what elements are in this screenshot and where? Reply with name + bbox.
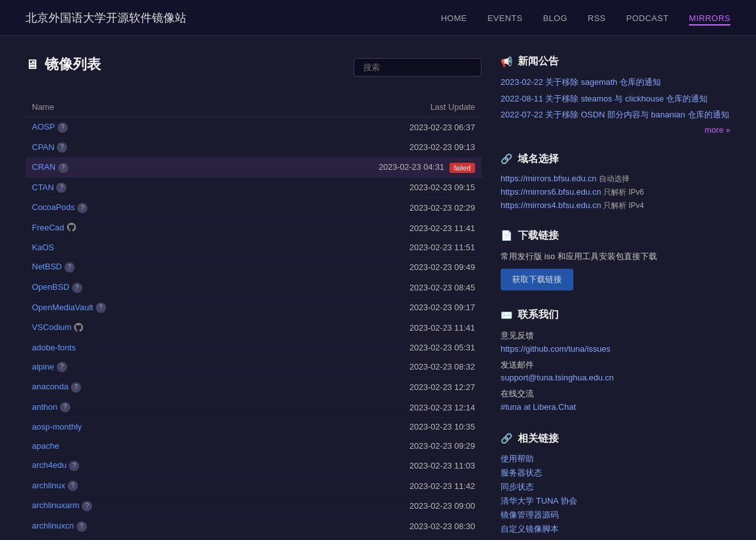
mirror-link[interactable]: OpenMediaVault (32, 303, 93, 312)
help-icon[interactable]: ? (96, 303, 106, 313)
mirror-link[interactable]: apache (32, 441, 59, 451)
mirror-link[interactable]: archlinuxarm (32, 500, 79, 510)
table-row: CocoaPods?2023-02-23 02:29 (26, 198, 481, 218)
related-link-1[interactable]: 服务器状态 (501, 467, 730, 479)
news-title: 📢 新闻公告 (501, 55, 730, 68)
mirror-update: 2023-02-23 11:41 (227, 318, 481, 338)
mirror-update: 2023-02-23 12:14 (227, 397, 481, 417)
nav-mirrors[interactable]: MIRRORS (689, 13, 730, 26)
nav-rss[interactable]: RSS (588, 13, 606, 23)
table-row: FreeCad2023-02-23 11:41 (26, 218, 481, 238)
table-row: archlinuxcn?2023-02-23 08:30 (26, 516, 481, 537)
help-icon[interactable]: ? (57, 142, 67, 153)
help-icon[interactable]: ? (77, 203, 87, 213)
navbar: 北京外国语大学开源软件镜像站 HOME EVENTS BLOG RSS PODC… (0, 0, 756, 36)
mirror-update: 2023-02-23 05:31 (227, 338, 481, 357)
mirror-update: 2023-02-23 11:51 (227, 238, 481, 257)
contact-chat-link[interactable]: #tuna at Libera.Chat (501, 402, 576, 412)
help-icon[interactable]: ? (71, 382, 81, 393)
failed-badge: failed (450, 163, 475, 173)
help-icon[interactable]: ? (58, 163, 68, 173)
related-link-0[interactable]: 使用帮助 (501, 453, 730, 465)
table-row: archlinux?2023-02-23 11:42 (26, 476, 481, 496)
mirror-update: 2023-02-23 11:42 (227, 476, 481, 496)
download-icon: 📄 (501, 230, 513, 241)
mirror-link[interactable]: archlinuxcn (32, 521, 74, 530)
mirror-update: 2023-02-23 06:37 (227, 117, 481, 138)
mirror-link[interactable]: FreeCad (32, 223, 64, 232)
mirror-link[interactable]: KaOS (32, 243, 54, 252)
related-link-5[interactable]: 自定义镜像脚本 (501, 523, 730, 535)
news-icon: 📢 (501, 56, 513, 68)
mirror-update: 2023-02-23 02:29 (227, 198, 481, 218)
help-icon[interactable]: ? (68, 481, 78, 491)
news-more-link[interactable]: more » (501, 125, 730, 135)
site-brand[interactable]: 北京外国语大学开源软件镜像站 (26, 10, 186, 26)
help-icon[interactable]: ? (77, 521, 87, 532)
related-link-2[interactable]: 同步状态 (501, 481, 730, 493)
search-input[interactable] (354, 58, 481, 77)
contact-title: ✉️ 联系我们 (501, 308, 730, 322)
mirror-link[interactable]: CTAN (32, 183, 54, 192)
mirror-link[interactable]: anaconda (32, 382, 68, 391)
mirror-link[interactable]: CRAN (32, 162, 56, 172)
domain-ipv4[interactable]: https://mirrors4.bfsu.edu.cn 只解析 IPv4 (501, 200, 730, 211)
domain-ipv6[interactable]: https://mirrors6.bfsu.edu.cn 只解析 IPv6 (501, 187, 730, 198)
help-icon[interactable]: ? (64, 262, 75, 273)
mirror-link[interactable]: archlinux (32, 481, 65, 490)
mirror-link[interactable]: VSCodium (32, 322, 72, 332)
table-row: CTAN?2023-02-23 09:15 (26, 177, 481, 198)
mirror-link[interactable]: aosp-monthly (32, 422, 82, 431)
contact-feedback: 意见反馈 https://github.com/tuna/issues (501, 329, 730, 356)
download-btn[interactable]: 获取下载链接 (501, 269, 573, 290)
domain-icon: 🔗 (501, 153, 513, 165)
help-icon[interactable]: ? (57, 123, 68, 133)
mirror-update: 2023-02-23 08:30 (227, 516, 481, 537)
contact-feedback-link[interactable]: https://github.com/tuna/issues (501, 344, 610, 354)
nav-home[interactable]: HOME (441, 13, 467, 23)
contact-email: 发送邮件 support@tuna.tsinghua.edu.cn (501, 359, 730, 386)
download-section: 📄 下载链接 常用发行版 iso 和应用工具安装包直接下载 获取下载链接 (501, 229, 730, 291)
mirror-link[interactable]: OpenBSD (32, 282, 70, 292)
table-row: adobe-fonts2023-02-23 05:31 (26, 338, 481, 357)
mirror-link[interactable]: NetBSD (32, 262, 62, 271)
mirror-update: 2023-02-23 09:15 (227, 177, 481, 198)
table-row: alpine?2023-02-23 08:32 (26, 357, 481, 377)
mirror-link[interactable]: adobe-fonts (32, 343, 76, 352)
mirror-list-title: 🖥 镜像列表 (26, 55, 101, 74)
related-link-3[interactable]: 清华大学 TUNA 协会 (501, 495, 730, 507)
nav-blog[interactable]: BLOG (543, 13, 567, 23)
mirror-link[interactable]: AOSP (32, 122, 55, 131)
domain-links: https://mirrors.bfsu.edu.cn 自动选择 https:/… (501, 174, 730, 211)
help-icon[interactable]: ? (56, 183, 66, 193)
help-icon[interactable]: ? (72, 283, 82, 293)
table-row: CPAN?2023-02-23 09:13 (26, 137, 481, 158)
news-item-2[interactable]: 2022-08-11 关于移除 steamos 与 clickhouse 仓库的… (501, 93, 730, 105)
mirror-link[interactable]: alpine (32, 362, 54, 371)
table-row: KaOS2023-02-23 11:51 (26, 238, 481, 257)
contact-icon: ✉️ (501, 310, 513, 321)
help-icon[interactable]: ? (82, 501, 92, 511)
nav-podcast[interactable]: PODCAST (626, 13, 669, 23)
search-row (354, 58, 481, 77)
contact-email-link[interactable]: support@tuna.tsinghua.edu.cn (501, 373, 614, 382)
main-content: 🖥 镜像列表 Name Last Update AOSP?2023-02-23 … (26, 55, 481, 540)
mirror-icon: 🖥 (26, 57, 38, 72)
mirror-update: 2023-02-23 08:32 (227, 357, 481, 377)
news-item-1[interactable]: 2023-02-22 关于移除 sagemath 仓库的通知 (501, 76, 730, 89)
domain-auto[interactable]: https://mirrors.bfsu.edu.cn 自动选择 (501, 174, 730, 184)
news-item-3[interactable]: 2022-07-22 关于移除 OSDN 部分内容与 bananian 仓库的通… (501, 109, 730, 121)
related-link-4[interactable]: 镜像管理器源码 (501, 509, 730, 521)
help-icon[interactable]: ? (69, 461, 79, 471)
download-title: 📄 下载链接 (501, 229, 730, 243)
mirror-link[interactable]: CocoaPods (32, 202, 75, 212)
mirror-link[interactable]: arch4edu (32, 460, 66, 470)
contact-section: ✉️ 联系我们 意见反馈 https://github.com/tuna/iss… (501, 308, 730, 414)
help-icon[interactable]: ? (60, 402, 70, 412)
help-icon[interactable]: ? (57, 362, 67, 372)
nav-events[interactable]: EVENTS (487, 13, 522, 23)
table-header: Name Last Update (26, 97, 481, 117)
mirror-update: 2023-02-23 11:41 (227, 218, 481, 238)
mirror-link[interactable]: CPAN (32, 142, 54, 152)
mirror-link[interactable]: anthon (32, 402, 57, 412)
